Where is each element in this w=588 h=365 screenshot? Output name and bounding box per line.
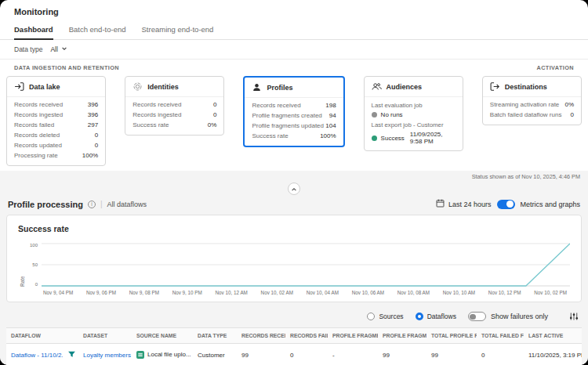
metric-row: Success rate0%: [132, 120, 216, 130]
destinations-icon: [490, 81, 500, 92]
last-active-cell: 11/10/2025, 3:19 PM: [524, 344, 582, 365]
metric-row: Records ingested396: [14, 110, 98, 120]
export-status-text: Success: [381, 135, 405, 142]
card-metrics: Records received198Profile fragments cre…: [245, 98, 343, 146]
metric-row: Success rate100%: [252, 131, 336, 141]
monitoring-window: Monitoring Dashboard Batch end-to-end St…: [0, 0, 588, 365]
chevron-up-icon: [291, 182, 297, 196]
x-tick-label: Nov 9, 04 PM: [43, 290, 73, 295]
profile-processing-header: Profile processing | All dataflows Last …: [0, 197, 588, 215]
time-range-label: Last 24 hours: [448, 201, 492, 208]
column-header[interactable]: [63, 328, 78, 344]
card-metrics: Records received396Records ingested396Re…: [7, 97, 105, 165]
header-divider: |: [100, 200, 103, 208]
metric-label: Records received: [132, 101, 181, 108]
column-header[interactable]: RECORDS FAILED: [285, 328, 328, 344]
section-labels: DATA INGESTION AND RETENTION ACTIVATION: [0, 60, 588, 74]
column-header[interactable]: DATASET: [78, 328, 132, 344]
app-header: Monitoring: [0, 0, 588, 21]
column-header[interactable]: RECORDS RECEIVED: [237, 328, 285, 344]
card-audiences-body: Last evaluation job No runs Last export …: [365, 97, 463, 150]
show-failures-toggle[interactable]: Show failures only: [468, 312, 548, 321]
chart-area: Rate 100500: [18, 243, 570, 287]
y-tick-label: 0: [26, 282, 38, 287]
success-status-dot: [372, 136, 377, 141]
metric-label: Records received: [14, 101, 63, 108]
profile-fragments-updated-cell: 99: [378, 344, 426, 365]
metric-label: Records received: [252, 102, 300, 109]
metric-row: Records received198: [252, 100, 336, 110]
profiles-icon: [252, 82, 262, 92]
dataset-link[interactable]: Loyalty members: [83, 352, 131, 359]
profile-processing-title: Profile processing: [8, 200, 83, 209]
metrics-graphs-toggle[interactable]: Metrics and graphs: [497, 200, 580, 209]
chevron-down-icon: [61, 45, 67, 53]
card-profiles[interactable]: Profiles Records received198Profile frag…: [243, 76, 344, 147]
card-data-lake[interactable]: Data lake Records received396Records ing…: [6, 76, 106, 166]
card-identities[interactable]: Identities Records received0Records inge…: [125, 76, 224, 136]
time-range-selector[interactable]: Last 24 hours: [436, 199, 492, 209]
metric-row: Streaming activation rate0%: [490, 99, 574, 110]
chart-title: Success rate: [18, 224, 570, 233]
column-header[interactable]: SOURCE NAME: [132, 328, 193, 344]
data-type-dropdown[interactable]: All: [50, 45, 67, 53]
export-status: Success 11/09/2025, 9:58 PM: [372, 130, 456, 146]
card-destinations[interactable]: Destinations Streaming activation rate0%…: [482, 76, 582, 125]
show-failures-label: Show failures only: [491, 313, 548, 320]
column-header[interactable]: DATA TYPE: [193, 328, 237, 344]
dataflow-runs-icon[interactable]: [67, 350, 76, 359]
table-header-row: DATAFLOWDATASETSOURCE NAMEDATA TYPERECOR…: [6, 328, 582, 344]
tab-dashboard[interactable]: Dashboard: [14, 21, 53, 40]
metric-row: Records updated0: [14, 140, 98, 150]
calendar-icon: [436, 199, 445, 209]
metric-value: 94: [329, 112, 336, 119]
failures-toggle-switch: [468, 312, 486, 321]
x-tick-label: Nov 10, 06 AM: [352, 290, 384, 295]
column-header[interactable]: TOTAL PROFILE FRAG...: [426, 328, 477, 344]
x-tick-label: Nov 10, 08 AM: [397, 290, 430, 295]
lower-section: Status shown as of Nov 10, 2025, 4:46 PM…: [0, 171, 588, 365]
metric-value: 0%: [208, 121, 217, 128]
source-icon: [136, 351, 144, 359]
collapse-cards-button[interactable]: [288, 182, 300, 195]
radio-dataflows-label: Dataflows: [427, 313, 456, 320]
metric-label: Records ingested: [14, 111, 63, 118]
column-header[interactable]: PROFILE FRAGMENTS...: [378, 328, 426, 344]
metric-label: Records updated: [14, 142, 62, 149]
x-axis-ticks: Nov 9, 04 PMNov 9, 06 PMNov 9, 08 PMNov …: [43, 290, 567, 295]
card-destinations-header: Destinations: [483, 77, 581, 97]
tab-batch-end-to-end[interactable]: Batch end-to-end: [69, 21, 126, 39]
metric-label: Profile fragments updated: [252, 122, 324, 129]
column-header[interactable]: TOTAL FAILED FLOW ...: [477, 328, 524, 344]
success-rate-line-chart: [42, 243, 570, 287]
card-title: Audiences: [387, 83, 423, 91]
metric-row: Profile fragments created94: [252, 110, 336, 121]
metric-row: Records ingested0: [132, 110, 216, 120]
y-tick-label: 100: [26, 243, 38, 248]
metric-label: Records deleted: [14, 132, 60, 139]
dataflow-link[interactable]: Dataflow - 11/10/2...: [11, 352, 63, 359]
radio-dataflows[interactable]: Dataflows: [416, 313, 456, 320]
metric-label: Profile fragments created: [252, 112, 321, 119]
metric-label: Records ingested: [132, 111, 181, 118]
y-axis-ticks: 100500: [26, 243, 42, 287]
filter-settings-icon[interactable]: [569, 312, 579, 321]
metric-label: Records failed: [14, 121, 54, 128]
column-header[interactable]: PROFILE FRAGMENTS...: [328, 328, 378, 344]
identities-icon: [132, 81, 143, 92]
metric-row: Records failed297: [14, 120, 98, 130]
card-audiences[interactable]: Audiences Last evaluation job No runs La…: [364, 76, 463, 151]
data-type-value: All: [50, 45, 57, 53]
tab-streaming-end-to-end[interactable]: Streaming end-to-end: [142, 21, 214, 39]
column-header[interactable]: DATAFLOW: [6, 328, 63, 344]
metric-label: Streaming activation rate: [490, 101, 560, 108]
radio-sources[interactable]: Sources: [367, 313, 403, 320]
metric-row: Records received396: [14, 99, 98, 110]
x-tick-label: Nov 9, 10 PM: [172, 290, 202, 295]
metric-value: 297: [88, 121, 98, 128]
collapse-row: [0, 182, 588, 197]
column-header[interactable]: LAST ACTIVE: [524, 328, 582, 344]
info-icon[interactable]: [88, 201, 96, 208]
metric-value: 104: [325, 122, 336, 129]
card-title: Data lake: [29, 83, 60, 91]
